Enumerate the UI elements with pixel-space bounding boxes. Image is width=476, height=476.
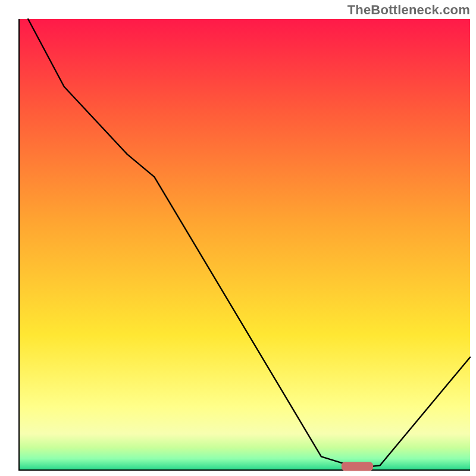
bottleneck-chart [0,0,476,476]
chart-stage: TheBottleneck.com [0,0,476,476]
plot-background [19,19,470,470]
optimal-marker [342,462,373,471]
